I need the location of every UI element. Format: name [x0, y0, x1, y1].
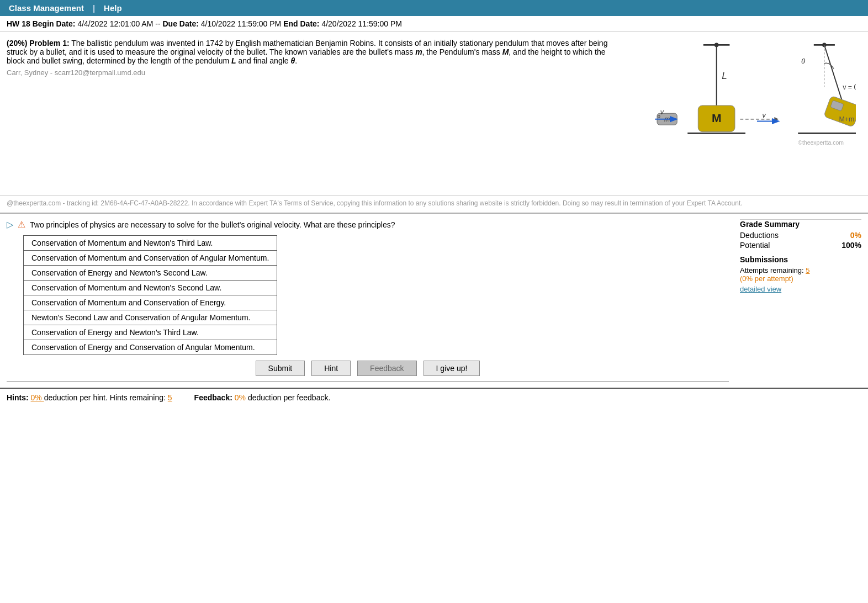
tracking-info: @theexpertta.com - tracking id: 2M68-4A-…	[0, 196, 868, 214]
question-prompt: ▷ ⚠ Two principles of physics are necess…	[7, 219, 729, 230]
choices-table: Conservation of Momentum and Newton's Th…	[23, 235, 277, 355]
problem-label: Problem 1:	[29, 39, 69, 47]
footer-bar: Hints: 0% deduction per hint. Hints rema…	[0, 389, 868, 406]
help-link[interactable]: Help	[104, 3, 122, 13]
question-right: Grade Summary Deductions 0% Potential 10…	[740, 219, 861, 382]
var-m: m	[415, 47, 422, 56]
hint-button[interactable]: Hint	[311, 361, 351, 376]
choice-row-1[interactable]: Conservation of Momentum and Conservatio…	[24, 251, 277, 266]
svg-text:v: v	[762, 112, 766, 119]
feedback-text: deduction per feedback.	[248, 393, 330, 402]
choice-cell-1[interactable]: Conservation of Momentum and Conservatio…	[24, 251, 277, 266]
problem-diagram: M L m v 0	[629, 39, 861, 193]
top-navigation: Class Management | Help	[0, 0, 868, 16]
feedback-label: Feedback:	[194, 393, 232, 402]
choice-cell-7[interactable]: Conservation of Energy and Conservation …	[24, 340, 277, 355]
begin-date: 4/4/2022 12:01:00 AM	[77, 19, 153, 28]
hw-header: HW 18 Begin Date: 4/4/2022 12:01:00 AM -…	[0, 16, 868, 32]
choice-row-7[interactable]: Conservation of Energy and Conservation …	[24, 340, 277, 355]
choice-row-2[interactable]: Conservation of Energy and Newton's Seco…	[24, 266, 277, 281]
svg-text:0: 0	[658, 114, 660, 119]
hints-text: deduction per hint. Hints remaining:	[44, 393, 168, 402]
hints-section: Hints: 0% deduction per hint. Hints rema…	[7, 393, 172, 402]
student-info: Carr, Sydney - scarr120@terpmail.umd.edu	[7, 68, 623, 77]
give-up-button[interactable]: I give up!	[424, 361, 480, 376]
grade-summary-title: Grade Summary	[740, 220, 861, 229]
potential-label: Potential	[740, 241, 770, 250]
problem-area: (20%) Problem 1: The ballistic pendulum …	[0, 32, 868, 196]
feedback-deduction: 0%	[235, 393, 248, 402]
end-label: End Date:	[283, 19, 321, 28]
end-date: 4/20/2022 11:59:00 PM	[321, 19, 402, 28]
per-attempt-label: (0% per attempt)	[740, 274, 793, 283]
due-label: Due Date:	[162, 19, 200, 28]
svg-text:v: v	[660, 108, 664, 116]
student-name: Carr, Sydney	[7, 68, 48, 77]
choice-row-6[interactable]: Conservation of Energy and Newton's Thir…	[24, 325, 277, 340]
nav-separator: |	[93, 3, 95, 13]
deductions-row: Deductions 0%	[740, 231, 861, 240]
submissions-title: Submissions	[740, 255, 861, 264]
svg-text:v = 0: v = 0	[843, 83, 856, 91]
header-sep1: --	[155, 19, 162, 28]
question-area: ▷ ⚠ Two principles of physics are necess…	[0, 214, 868, 389]
hints-deduction[interactable]: 0%	[31, 393, 44, 402]
potential-value: 100%	[841, 241, 861, 250]
problem-text-2: , the Pendulum's mass	[422, 47, 502, 56]
svg-text:M+m: M+m	[839, 115, 855, 123]
submit-button[interactable]: Submit	[256, 361, 305, 376]
svg-text:θ: θ	[801, 57, 806, 65]
choice-cell-6[interactable]: Conservation of Energy and Newton's Thir…	[24, 325, 277, 340]
hints-label: Hints:	[7, 393, 29, 402]
problem-text: (20%) Problem 1: The ballistic pendulum …	[7, 39, 623, 193]
choice-row-5[interactable]: Newton's Second Law and Conservation of …	[24, 310, 277, 325]
hw-label: HW 18	[7, 19, 30, 28]
grade-summary: Grade Summary Deductions 0% Potential 10…	[740, 219, 861, 293]
tracking-text: @theexpertta.com - tracking id: 2M68-4A-…	[7, 199, 743, 207]
per-attempt-line: (0% per attempt)	[740, 274, 861, 283]
feedback-button[interactable]: Feedback	[357, 361, 416, 376]
choice-cell-2[interactable]: Conservation of Energy and Newton's Seco…	[24, 266, 277, 281]
attempts-label: Attempts remaining:	[740, 266, 804, 274]
student-email-sep: -	[50, 68, 55, 77]
svg-text:M: M	[712, 112, 721, 124]
svg-text:©theexpertta.com: ©theexpertta.com	[798, 140, 844, 146]
buttons-row: Submit Hint Feedback I give up!	[7, 355, 729, 382]
choice-row-3[interactable]: Conservation of Momentum and Newton's Se…	[24, 281, 277, 295]
due-date: 4/10/2022 11:59:00 PM	[201, 19, 282, 28]
problem-weight: (20%)	[7, 39, 27, 47]
problem-body: (20%) Problem 1: The ballistic pendulum …	[7, 39, 623, 65]
problem-text-4: and final angle	[236, 56, 291, 65]
warning-icon: ⚠	[18, 219, 25, 230]
choice-cell-4[interactable]: Conservation of Momentum and Conservatio…	[24, 295, 277, 310]
deductions-value: 0%	[850, 231, 861, 240]
potential-row: Potential 100%	[740, 241, 861, 250]
attempts-line: Attempts remaining: 5	[740, 266, 861, 274]
svg-marker-13	[774, 117, 779, 121]
problem-text-5: .	[295, 56, 297, 65]
question-prompt-text: Two principles of physics are necessary …	[30, 220, 395, 229]
student-email: scarr120@terpmail.umd.edu	[55, 68, 145, 77]
hints-remaining[interactable]: 5	[168, 393, 172, 402]
deductions-label: Deductions	[740, 231, 779, 240]
choice-cell-0[interactable]: Conservation of Momentum and Newton's Th…	[24, 236, 277, 251]
choice-row-0[interactable]: Conservation of Momentum and Newton's Th…	[24, 236, 277, 251]
var-L: L	[231, 56, 236, 65]
detailed-view-link[interactable]: detailed view	[740, 285, 861, 293]
attempts-value[interactable]: 5	[806, 266, 809, 274]
var-M: M	[502, 47, 509, 56]
ballistic-pendulum-diagram: M L m v 0	[635, 39, 856, 193]
choice-row-4[interactable]: Conservation of Momentum and Conservatio…	[24, 295, 277, 310]
svg-line-16	[824, 45, 843, 103]
svg-text:L: L	[722, 70, 727, 81]
choice-cell-5[interactable]: Newton's Second Law and Conservation of …	[24, 310, 277, 325]
class-management-link[interactable]: Class Management	[9, 3, 84, 13]
play-icon[interactable]: ▷	[7, 219, 13, 230]
begin-label: Begin Date:	[33, 19, 78, 28]
question-left: ▷ ⚠ Two principles of physics are necess…	[7, 219, 729, 382]
feedback-section: Feedback: 0% deduction per feedback.	[194, 393, 331, 402]
choice-cell-3[interactable]: Conservation of Momentum and Newton's Se…	[24, 281, 277, 295]
